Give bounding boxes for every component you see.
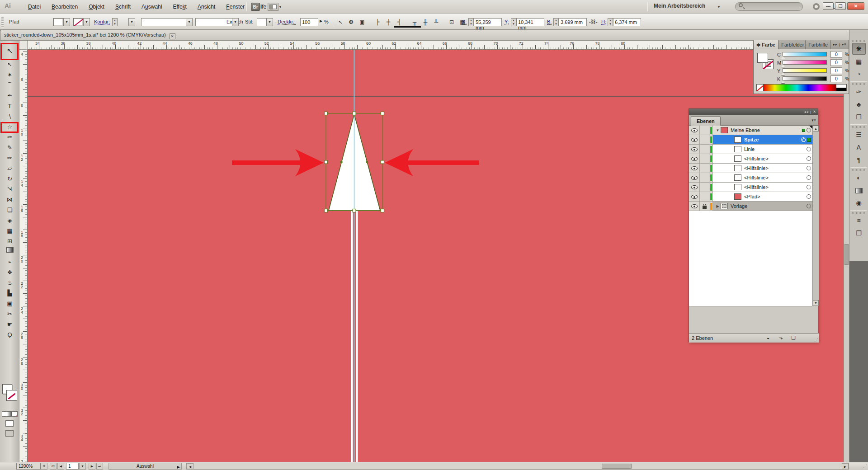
lock-cell[interactable] [700,126,709,135]
scroll-right-icon[interactable]: ▶ [842,463,849,469]
slider-value-input[interactable]: 0 [830,75,842,82]
horizontal-ruler[interactable]: 3436384042444648505254565860626466687072… [28,41,753,50]
blend-tool[interactable]: ❖ [0,268,19,278]
ruler-origin-corner[interactable] [19,41,28,50]
spectrum-gradient[interactable] [764,85,836,91]
chevron-down-icon[interactable]: ▾ [279,5,281,9]
y-input[interactable]: 10,341 mm [516,18,544,26]
screen-mode-button[interactable] [5,430,14,437]
delete-layer-button[interactable] [802,334,811,342]
tab-farbe[interactable]: ≑ Farbe [754,40,778,49]
paintbrush-tool[interactable]: ✑ [0,132,19,143]
visibility-cell[interactable] [689,192,700,201]
slider-value-input[interactable]: 0 [830,51,842,58]
stroke-dropdown[interactable]: ▾ [83,18,90,26]
align-panel-icon[interactable]: ≡ [852,215,866,226]
lock-cell[interactable] [700,183,709,192]
close-tab-icon[interactable]: ✕ [170,33,175,39]
brushes-panel-icon[interactable]: ✑ [852,86,866,98]
zoom-level-select[interactable]: 1200% [16,463,41,470]
layer-row-main[interactable]: Linie [713,145,812,154]
make-clipping-mask-button[interactable]: ◒ [764,334,773,342]
valign-middle-icon[interactable]: ╫ [420,18,430,27]
shape-builder-tool[interactable]: ◈ [0,216,19,226]
disclosure-icon[interactable]: ▶ [715,204,721,208]
align-right-icon[interactable]: ╡ [394,18,404,27]
zoom-tool[interactable]: Ϙ [0,330,19,340]
scroll-down-icon[interactable]: ▼ [813,300,819,306]
layer-row-hilfslinie[interactable]: <Hilfslinie> [689,173,812,183]
transform-panel-icon[interactable]: ❒ [852,227,866,239]
stroke-panel-icon[interactable]: ☰ [852,129,866,141]
target-circle-icon[interactable] [801,137,806,142]
valign-top-icon[interactable]: ╥ [410,18,420,27]
layer-row-hilfslinie[interactable]: <Hilfslinie> [689,164,812,173]
new-layer-button[interactable]: ❏ [789,334,798,342]
eraser-tool[interactable]: ▱ [0,164,19,174]
gradient-tool[interactable] [0,247,19,257]
visibility-cell[interactable] [689,135,700,144]
chevron-down-icon[interactable]: ▾ [718,5,720,9]
visibility-cell[interactable] [689,154,700,163]
stroke-style-dropdown[interactable]: ▾ [232,18,239,26]
layer-row-meine-ebene[interactable]: ▼Meine Ebene [689,126,812,135]
color-panel-icon[interactable]: ❋ [852,43,866,55]
status-field[interactable]: Auswahl ▶ [108,463,182,470]
x-input[interactable]: 55,259 mm [474,18,502,26]
pen-tool[interactable]: ✒ [0,91,19,101]
blob-brush-tool[interactable]: ✏ [0,153,19,164]
layer-row-vorlage[interactable]: ▶Vorlage [689,202,812,211]
vertical-ruler[interactable]: 4681 01 21 41 61 82 02 22 42 62 83 03 23… [19,50,28,462]
stroke-weight-dropdown[interactable]: ▾ [128,18,135,26]
panel-menu-icons[interactable]: ▸▸ | ▾≡ [831,40,849,49]
vertical-scrollbar-thumb[interactable] [844,244,849,265]
slider-track[interactable] [783,60,827,65]
symbols-panel-icon[interactable]: ♣ [852,99,866,110]
slider-track[interactable] [783,52,827,56]
lasso-tool[interactable]: ⌒ [0,80,19,91]
brush-definition-select[interactable] [141,18,186,26]
target-circle-icon[interactable] [807,147,811,151]
zoom-dropdown-icon[interactable]: ▼ [41,463,47,470]
x-link[interactable]: X: [462,19,467,25]
layers-scrollbar[interactable]: ▲ ▼ [812,126,819,306]
menu-effekt[interactable]: Effekt [168,2,191,11]
new-sublayer-button[interactable]: ⬎ [776,334,785,342]
dock-group-handle[interactable] [852,83,866,85]
fill-color-swatch[interactable] [53,18,63,26]
lock-cell[interactable] [700,202,709,211]
target-circle-icon[interactable] [807,204,811,208]
slider-value-input[interactable]: 0 [830,67,842,74]
x-stepper[interactable]: ▲▼ [468,18,474,26]
resize-grip-icon[interactable]: ⋰ [814,338,818,342]
brush-dropdown[interactable]: ▾ [186,18,193,26]
graphic-styles-panel-icon[interactable]: ❐ [852,111,866,123]
color-spectrum-bar[interactable] [756,84,847,91]
arrange-documents-button[interactable] [268,3,278,11]
lock-cell[interactable] [700,145,709,154]
width-link[interactable]: B: [547,19,552,25]
stroke-color-swatch[interactable] [73,18,83,26]
menu-objekt[interactable]: Objekt [84,2,109,11]
visibility-cell[interactable] [689,183,700,192]
visibility-cell[interactable] [689,145,700,154]
magic-wand-tool[interactable]: ✶ [0,70,19,80]
draw-mode-button[interactable] [5,420,14,427]
slider-handle-icon[interactable] [781,80,785,83]
height-link[interactable]: H: [601,19,606,25]
collapse-close-icons[interactable]: ◂◂ | ✕ [804,110,816,114]
valign-bottom-icon[interactable]: ╨ [431,18,441,27]
width-tool[interactable]: ⋈ [0,195,19,205]
scale-tool[interactable]: ⇲ [0,184,19,195]
hand-tool[interactable]: ☛ [0,320,19,330]
layer-row-main[interactable]: Spitze [713,135,812,144]
selection-tool[interactable]: ↖ [0,43,19,60]
height-input[interactable]: 6,374 mm [613,18,641,26]
fill-swatch[interactable] [757,53,768,63]
opacity-flyout-icon[interactable]: ▶ [320,19,322,23]
minimize-button[interactable]: — [823,2,834,10]
layer-row-hilfslinie[interactable]: <Hilfslinie> [689,154,812,164]
dock-group-handle[interactable] [852,212,866,214]
next-artboard-icon[interactable]: ▶ [89,463,95,470]
opacity-input[interactable]: 100 [300,18,318,26]
